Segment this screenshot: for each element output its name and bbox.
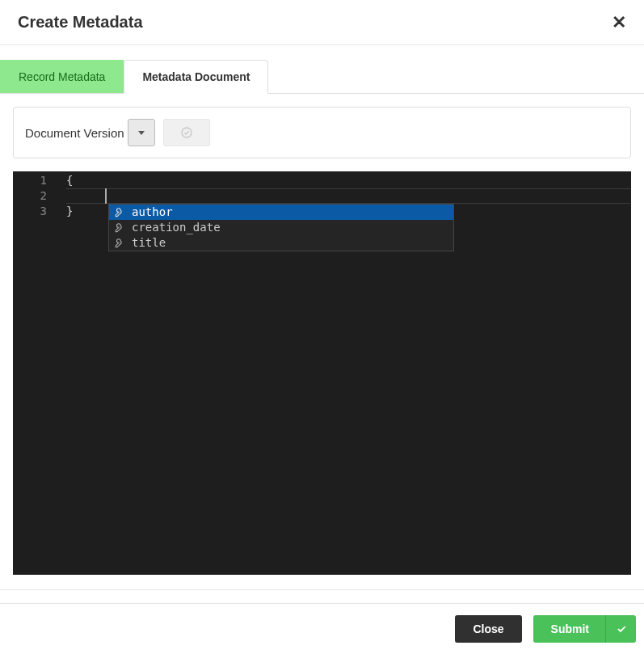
code-line: { xyxy=(66,173,631,188)
property-icon xyxy=(114,222,125,234)
autocomplete-label: title xyxy=(132,235,166,251)
line-number: 3 xyxy=(13,204,65,219)
document-version-label: Document Version xyxy=(25,126,124,140)
autocomplete-item[interactable]: title xyxy=(109,235,453,251)
line-number: 1 xyxy=(13,173,65,188)
document-version-select[interactable] xyxy=(128,119,155,146)
document-version-panel: Document Version xyxy=(13,107,631,158)
autocomplete-label: creation_date xyxy=(132,220,221,235)
close-button[interactable]: Close xyxy=(455,615,521,643)
autocomplete-item[interactable]: creation_date xyxy=(109,220,453,235)
submit-dropdown-toggle[interactable] xyxy=(605,615,636,643)
autocomplete-item[interactable]: author xyxy=(109,205,453,220)
tab-label: Metadata Document xyxy=(142,70,250,83)
editor-cursor xyxy=(105,188,107,204)
close-icon[interactable]: ✕ xyxy=(612,14,626,32)
line-number: 2 xyxy=(13,188,65,204)
divider xyxy=(0,589,644,604)
chevron-down-icon xyxy=(138,131,145,135)
tabs: Record Metadata Metadata Document xyxy=(0,60,644,94)
button-label: Close xyxy=(473,622,503,635)
property-icon xyxy=(114,207,125,218)
modal-header: Create Metadata ✕ xyxy=(0,0,644,45)
svg-point-0 xyxy=(182,128,192,137)
apply-version-button xyxy=(163,119,210,146)
check-circle-icon xyxy=(180,126,193,139)
autocomplete-popup: author creation_date title xyxy=(108,204,454,251)
tab-record-metadata[interactable]: Record Metadata xyxy=(0,60,124,93)
autocomplete-label: author xyxy=(132,205,173,220)
modal-footer: Close Submit xyxy=(0,603,644,654)
code-line xyxy=(66,188,631,204)
code-editor[interactable]: 1 2 3 { } author creation_date title xyxy=(13,171,631,575)
button-label: Submit xyxy=(533,615,605,643)
modal-title: Create Metadata xyxy=(18,13,143,32)
tab-label: Record Metadata xyxy=(19,70,105,83)
property-icon xyxy=(114,238,125,249)
check-icon xyxy=(616,623,627,635)
submit-button[interactable]: Submit xyxy=(533,615,636,643)
line-number-gutter: 1 2 3 xyxy=(13,171,65,575)
tab-metadata-document[interactable]: Metadata Document xyxy=(124,60,268,94)
